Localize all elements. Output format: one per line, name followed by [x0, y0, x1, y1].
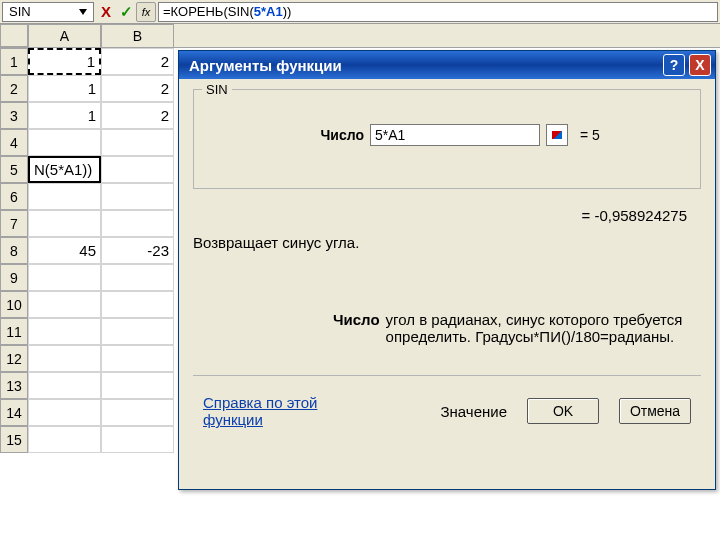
formula-cancel-button[interactable]: X	[96, 2, 116, 22]
formula-text-fn: SIN	[228, 4, 250, 19]
row-header[interactable]: 1	[0, 48, 28, 75]
argument-label: Число	[204, 127, 364, 143]
function-arguments-dialog: Аргументы функции ? X SIN Число = 5 = -0…	[178, 50, 716, 490]
cell-A14[interactable]	[28, 399, 101, 426]
help-link[interactable]: Справка по этой функции	[203, 394, 380, 428]
value-label: Значение	[440, 403, 507, 420]
cell-A1[interactable]: 1	[28, 48, 101, 75]
chevron-down-icon[interactable]	[79, 9, 87, 15]
row-header[interactable]: 5	[0, 156, 28, 183]
column-headers: A B	[0, 24, 720, 48]
cell-B10[interactable]	[101, 291, 174, 318]
name-box-text: SIN	[9, 4, 31, 19]
dialog-close-button[interactable]: X	[689, 54, 711, 76]
formula-bar: SIN X ✓ fx =КОРЕНЬ(SIN(5*A1))	[0, 0, 720, 24]
dialog-help-button[interactable]: ?	[663, 54, 685, 76]
cell-A12[interactable]	[28, 345, 101, 372]
dialog-body: SIN Число = 5 = -0,958924275 Возвращает …	[179, 79, 715, 489]
cell-A6[interactable]	[28, 183, 101, 210]
cell-A9[interactable]	[28, 264, 101, 291]
row-header[interactable]: 2	[0, 75, 28, 102]
row-header[interactable]: 7	[0, 210, 28, 237]
cell-B2[interactable]: 2	[101, 75, 174, 102]
row-header[interactable]: 11	[0, 318, 28, 345]
cell-B5[interactable]	[101, 156, 174, 183]
cell-B9[interactable]	[101, 264, 174, 291]
argument-help-label: Число	[333, 311, 380, 345]
cell-B13[interactable]	[101, 372, 174, 399]
argument-input[interactable]	[370, 124, 540, 146]
formula-input[interactable]: =КОРЕНЬ(SIN(5*A1))	[158, 2, 718, 22]
cell-B4[interactable]	[101, 129, 174, 156]
formula-text-close: ))	[283, 4, 292, 19]
cell-B7[interactable]	[101, 210, 174, 237]
cell-A15[interactable]	[28, 426, 101, 453]
dialog-title-text: Аргументы функции	[189, 57, 342, 74]
cell-A2[interactable]: 1	[28, 75, 101, 102]
cell-A8[interactable]: 45	[28, 237, 101, 264]
cell-B3[interactable]: 2	[101, 102, 174, 129]
row-header[interactable]: 14	[0, 399, 28, 426]
function-description: Возвращает синус угла.	[193, 234, 701, 251]
ok-button[interactable]: OK	[527, 398, 599, 424]
cell-B11[interactable]	[101, 318, 174, 345]
fx-button[interactable]: fx	[136, 2, 156, 22]
column-header-b[interactable]: B	[101, 24, 174, 48]
row-header[interactable]: 9	[0, 264, 28, 291]
cell-B14[interactable]	[101, 399, 174, 426]
dialog-titlebar[interactable]: Аргументы функции ? X	[179, 51, 715, 79]
cell-A13[interactable]	[28, 372, 101, 399]
cell-A10[interactable]	[28, 291, 101, 318]
argument-help: Число угол в радианах, синус которого тр…	[333, 311, 701, 345]
formula-text-arg: 5*A1	[254, 4, 283, 19]
function-result: = -0,958924275	[193, 207, 687, 224]
cell-B12[interactable]	[101, 345, 174, 372]
cell-B15[interactable]	[101, 426, 174, 453]
formula-text-prefix: =КОРЕНЬ(	[163, 4, 228, 19]
select-all-corner[interactable]	[0, 24, 28, 47]
row-header[interactable]: 4	[0, 129, 28, 156]
formula-confirm-button[interactable]: ✓	[116, 2, 136, 22]
cell-A4[interactable]	[28, 129, 101, 156]
row-header[interactable]: 3	[0, 102, 28, 129]
row-header[interactable]: 13	[0, 372, 28, 399]
argument-row: Число = 5	[204, 124, 690, 146]
argument-help-text: угол в радианах, синус которого требуетс…	[386, 311, 696, 345]
cell-A7[interactable]	[28, 210, 101, 237]
cell-A5[interactable]: N(5*A1))	[28, 156, 101, 183]
dialog-footer: Справка по этой функции Значение OK Отме…	[193, 375, 701, 434]
cell-B6[interactable]	[101, 183, 174, 210]
row-header[interactable]: 8	[0, 237, 28, 264]
name-box[interactable]: SIN	[2, 2, 94, 22]
row-header[interactable]: 6	[0, 183, 28, 210]
cancel-button[interactable]: Отмена	[619, 398, 691, 424]
range-picker-icon	[552, 131, 562, 139]
column-header-a[interactable]: A	[28, 24, 101, 48]
argument-evaluated: = 5	[580, 127, 600, 143]
row-header[interactable]: 15	[0, 426, 28, 453]
fieldset-legend: SIN	[202, 82, 232, 97]
argument-fieldset: SIN Число = 5	[193, 89, 701, 189]
row-header[interactable]: 10	[0, 291, 28, 318]
range-picker-button[interactable]	[546, 124, 568, 146]
cell-A3[interactable]: 1	[28, 102, 101, 129]
row-header[interactable]: 12	[0, 345, 28, 372]
cell-A11[interactable]	[28, 318, 101, 345]
cell-B8[interactable]: -23	[101, 237, 174, 264]
cell-B1[interactable]: 2	[101, 48, 174, 75]
